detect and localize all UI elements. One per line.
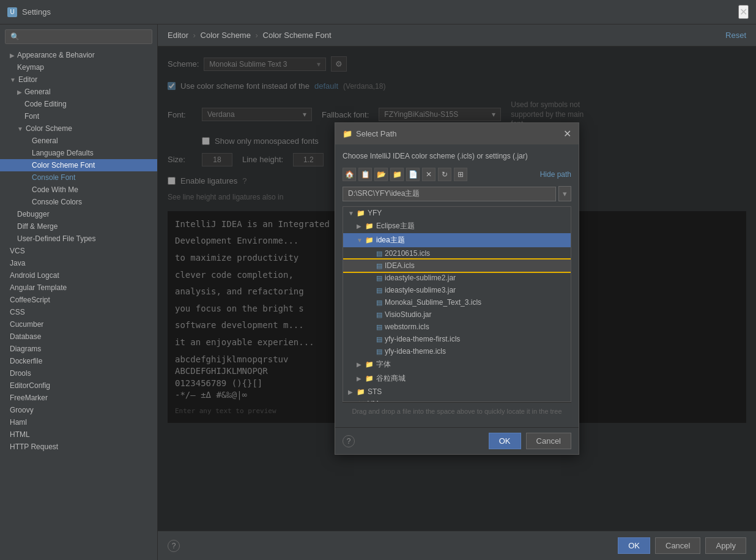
close-button[interactable]: ✕ (738, 5, 749, 19)
tree-item-fonts[interactable]: ▶ 📁 字体 (343, 357, 571, 371)
tree-item-monokai[interactable]: ▤ Monokai_Sublime_Text_3.icls (343, 296, 571, 308)
main-content: Editor › Color Scheme › Color Scheme Fon… (158, 24, 756, 560)
sidebar-item-code-with-me[interactable]: Code With Me (0, 184, 157, 196)
modal-footer: ? OK Cancel (335, 427, 579, 454)
folder-new-icon[interactable]: 📁 (390, 168, 404, 181)
tree-item-20210615-icls[interactable]: ▤ 20210615.icls (343, 247, 571, 259)
tree-item-ideastyle-sublime2[interactable]: ▤ ideastyle-sublime2.jar (343, 272, 571, 284)
tree-item-webstorm[interactable]: ▤ webstorm.icls (343, 321, 571, 333)
sidebar-item-haml[interactable]: Haml (0, 416, 157, 428)
sidebar-item-dockerfile[interactable]: Dockerfile (0, 355, 157, 367)
search-input[interactable] (5, 29, 152, 44)
tree-item-ideastyle-sublime3[interactable]: ▤ ideastyle-sublime3.jar (343, 284, 571, 296)
sidebar-item-code-editing[interactable]: Code Editing (0, 98, 157, 110)
sidebar-item-label: CoffeeScript (10, 296, 50, 304)
sidebar-item-debugger[interactable]: Debugger (0, 208, 157, 220)
sidebar-item-console-colors[interactable]: Console Colors (0, 196, 157, 208)
expand-arrow: ▶ (17, 89, 22, 95)
modal-cancel-button[interactable]: Cancel (526, 433, 571, 449)
refresh-icon[interactable]: ↻ (438, 168, 451, 181)
tree-item-yfy-theme[interactable]: ▤ yfy-idea-theme.icls (343, 345, 571, 357)
path-dropdown-button[interactable]: ▾ (558, 186, 571, 201)
sidebar-item-database[interactable]: Database (0, 330, 157, 343)
sidebar-item-angular-template[interactable]: Angular Template (0, 282, 157, 294)
expand-arrow: ▼ (10, 77, 16, 83)
sidebar-item-coffeescript[interactable]: CoffeeScript (0, 294, 157, 306)
tree-item-idea-theme[interactable]: ▼ 📁 idea主题 (343, 233, 571, 247)
sidebar-item-language-defaults[interactable]: Language Defaults (0, 147, 157, 159)
file-new-icon[interactable]: 📄 (406, 168, 420, 181)
file-icon: ▤ (376, 299, 382, 307)
help-button[interactable]: ? (168, 540, 180, 552)
copy-icon[interactable]: 📋 (358, 168, 372, 181)
sidebar-item-color-scheme[interactable]: ▼ Color Scheme (0, 122, 157, 135)
sidebar-item-vcs[interactable]: VCS (0, 245, 157, 257)
modal-help-button[interactable]: ? (343, 435, 355, 447)
breadcrumb-sep2: › (256, 31, 258, 40)
reset-button[interactable]: Reset (725, 31, 746, 40)
ok-button[interactable]: OK (618, 537, 650, 554)
sidebar-item-cucumber[interactable]: Cucumber (0, 318, 157, 330)
folder-icon: 📁 (357, 388, 365, 396)
breadcrumb-editor: Editor (168, 31, 188, 40)
sidebar-item-label: Keymap (17, 63, 44, 72)
sidebar-item-http-request[interactable]: HTTP Request (0, 441, 157, 453)
sidebar-item-label: Diagrams (10, 345, 41, 353)
sidebar-item-editor[interactable]: ▼ Editor (0, 73, 157, 86)
sidebar-item-general[interactable]: ▶ General (0, 86, 157, 98)
sidebar-item-android-logcat[interactable]: Android Logcat (0, 269, 157, 282)
sidebar-item-console-font[interactable]: Console Font (0, 171, 157, 184)
sidebar-item-label: General (32, 136, 58, 145)
cancel-button[interactable]: Cancel (655, 537, 700, 554)
file-tree[interactable]: ▼ 📁 YFY ▶ 📁 Eclipse主题 (343, 206, 571, 402)
sidebar-item-freemarker[interactable]: FreeMarker (0, 392, 157, 404)
sidebar-item-html[interactable]: HTML (0, 428, 157, 441)
modal-ok-button[interactable]: OK (489, 433, 521, 449)
sidebar-item-font[interactable]: Font (0, 110, 157, 122)
sidebar-item-label: Appearance & Behavior (17, 51, 95, 59)
modal-close-button[interactable]: ✕ (563, 128, 571, 140)
tree-item-sts[interactable]: ▶ 📁 STS (343, 386, 571, 398)
expand-arrow: ▶ (348, 389, 354, 395)
sidebar-item-color-scheme-font[interactable]: Color Scheme Font (0, 159, 157, 171)
sidebar-item-css[interactable]: CSS (0, 306, 157, 318)
tree-item-yfy[interactable]: ▼ 📁 YFY (343, 207, 571, 219)
sidebar-item-label: Code With Me (32, 185, 78, 194)
sidebar-item-keymap[interactable]: Keymap (0, 61, 157, 73)
tree-item-yfy-first[interactable]: ▤ yfy-idea-theme-first.icls (343, 333, 571, 345)
file-icon: ▤ (376, 311, 382, 319)
tree-item-label: yfy-idea-theme-first.icls (385, 335, 460, 343)
sidebar-item-cs-general[interactable]: General (0, 135, 157, 147)
home-icon[interactable]: 🏠 (343, 168, 356, 181)
sidebar-item-diff-merge[interactable]: Diff & Merge (0, 220, 157, 233)
sidebar-tree: ▶ Appearance & Behavior Keymap ▼ Editor … (0, 49, 157, 560)
tree-item-eclipse-theme[interactable]: ▶ 📁 Eclipse主题 (343, 219, 571, 233)
file-icon: ▤ (376, 286, 382, 294)
settings-body: ▶ Appearance & Behavior Keymap ▼ Editor … (0, 24, 756, 560)
folder-open-icon[interactable]: 📂 (374, 168, 388, 181)
sidebar-item-drools[interactable]: Drools (0, 367, 157, 379)
expand-arrow: ▼ (17, 125, 23, 132)
sidebar-item-editorconfig[interactable]: EditorConfig (0, 379, 157, 392)
apply-button[interactable]: Apply (705, 537, 746, 554)
expand-all-icon[interactable]: ⊞ (454, 168, 467, 181)
sidebar-item-diagrams[interactable]: Diagrams (0, 343, 157, 355)
title-bar-left: U Settings (7, 7, 51, 17)
tree-item-label: 20210615.icls (385, 249, 430, 258)
sidebar-item-user-defined-file-types[interactable]: User-Defined File Types (0, 233, 157, 245)
hide-path-button[interactable]: Hide path (540, 170, 571, 179)
tree-item-vm[interactable]: ▶ 📁 VM (343, 398, 571, 402)
sidebar-item-java[interactable]: Java (0, 257, 157, 269)
tree-item-idea-icls[interactable]: ▤ IDEA.icls (343, 259, 571, 272)
tree-item-visiostudio[interactable]: ▤ VisioStudio.jar (343, 308, 571, 321)
sidebar-item-label: Database (10, 332, 41, 341)
tree-item-guleshangcheng[interactable]: ▶ 📁 谷粒商城 (343, 371, 571, 386)
file-icon: ▤ (376, 348, 382, 356)
sidebar-item-groovy[interactable]: Groovy (0, 404, 157, 416)
sidebar-item-label: Groovy (10, 406, 34, 414)
delete-icon[interactable]: ✕ (422, 168, 435, 181)
tree-item-label: idea主题 (376, 235, 405, 245)
sidebar-item-appearance-behavior[interactable]: ▶ Appearance & Behavior (0, 49, 157, 61)
path-input[interactable] (343, 187, 556, 201)
path-input-row: ▾ (343, 186, 571, 201)
